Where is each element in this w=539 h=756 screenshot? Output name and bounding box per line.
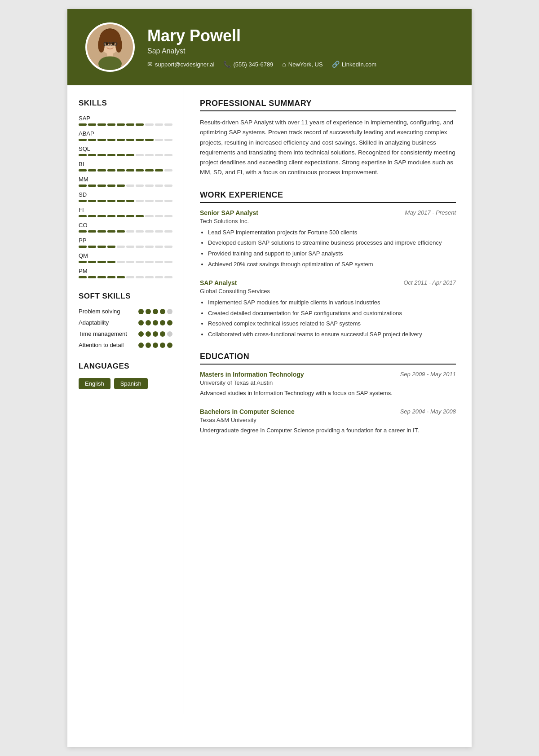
skill-bar xyxy=(79,139,172,141)
summary-title: PROFESSIONAL SUMMARY xyxy=(200,99,456,111)
skill-bar-empty xyxy=(164,261,172,263)
job-company: Global Consulting Services xyxy=(200,288,456,294)
skill-bar xyxy=(79,169,172,171)
skill-bar-empty xyxy=(136,230,144,233)
languages-title: LANGUAGES xyxy=(79,362,172,371)
skill-bar-empty xyxy=(136,185,144,187)
edu-desc: Advanced studies in Information Technolo… xyxy=(200,389,456,398)
skill-bar-empty xyxy=(164,123,172,126)
job-title: SAP Analyst xyxy=(200,279,237,286)
header-name: Mary Powell xyxy=(147,26,376,45)
dot-filled xyxy=(160,343,165,348)
skill-bar-filled xyxy=(88,123,96,126)
skill-bar-filled xyxy=(79,261,87,263)
dot-filled xyxy=(167,320,172,325)
job-date: Oct 2011 - Apr 2017 xyxy=(403,279,456,286)
skill-bar-empty xyxy=(155,261,163,263)
sidebar: SKILLS SAPABAPSQLBIMMSDFICOPPQMPM SOFT S… xyxy=(67,85,184,714)
skill-bar xyxy=(79,215,172,217)
dot-filled xyxy=(138,343,144,348)
soft-skill-item: Problem solving xyxy=(79,308,172,315)
job-item: Senior SAP AnalystMay 2017 - PresentTech… xyxy=(200,209,456,269)
location-text: NewYork, US xyxy=(288,61,323,68)
job-company: Tech Solutions Inc. xyxy=(200,218,456,224)
skill-name: SD xyxy=(79,191,172,198)
soft-skills-title: SOFT SKILLS xyxy=(79,292,172,301)
skill-bar-filled xyxy=(97,200,106,202)
skill-bar-filled xyxy=(155,169,163,171)
dot-filled xyxy=(138,331,144,337)
dot-filled xyxy=(153,309,158,314)
summary-text: Results-driven SAP Analyst with over 11 … xyxy=(200,118,456,178)
contact-location: ⌂ NewYork, US xyxy=(282,61,323,68)
job-bullets: Implemented SAP modules for multiple cli… xyxy=(200,298,456,339)
edu-date: Sep 2009 - May 2011 xyxy=(400,371,456,378)
body-section: SKILLS SAPABAPSQLBIMMSDFICOPPQMPM SOFT S… xyxy=(67,85,472,714)
skill-bar-filled xyxy=(126,215,134,217)
skill-bar-empty xyxy=(164,154,172,156)
skill-bar-empty xyxy=(117,261,125,263)
skill-name: ABAP xyxy=(79,130,172,137)
language-tag: Spanish xyxy=(114,378,148,389)
edu-item: Bachelors in Computer ScienceSep 2004 - … xyxy=(200,408,456,435)
contact-email: ✉ support@cvdesigner.ai xyxy=(147,61,214,68)
skill-bar-filled xyxy=(136,215,144,217)
skill-bar-empty xyxy=(136,276,144,278)
skill-bar-filled xyxy=(79,185,87,187)
skill-bar-filled xyxy=(126,169,134,171)
skill-dots xyxy=(138,309,172,314)
skill-bar-filled xyxy=(88,276,96,278)
skill-item: MM xyxy=(79,176,172,187)
dot-filled xyxy=(146,309,151,314)
skill-bar-filled xyxy=(126,200,134,202)
skill-name: FI xyxy=(79,207,172,213)
skill-item: ABAP xyxy=(79,130,172,141)
skill-bar-empty xyxy=(164,139,172,141)
skill-bar-empty xyxy=(145,261,153,263)
skill-bar-empty xyxy=(126,261,134,263)
skill-bar-filled xyxy=(97,215,106,217)
skill-bar-filled xyxy=(117,276,125,278)
skill-bar-empty xyxy=(155,139,163,141)
soft-skill-item: Time management xyxy=(79,330,172,337)
job-bullet: Resolved complex technical issues relate… xyxy=(208,319,456,329)
skill-bar-filled xyxy=(97,185,106,187)
dot-empty xyxy=(167,331,172,337)
skill-bar xyxy=(79,154,172,156)
skill-bar-filled xyxy=(107,261,115,263)
skill-item: QM xyxy=(79,252,172,263)
edu-header: Masters in Information TechnologySep 200… xyxy=(200,371,456,378)
edu-school: University of Texas at Austin xyxy=(200,379,456,386)
summary-section: PROFESSIONAL SUMMARY Results-driven SAP … xyxy=(200,99,456,178)
skill-bar-empty xyxy=(145,200,153,202)
skill-bar-empty xyxy=(155,230,163,233)
job-bullet: Implemented SAP modules for multiple cli… xyxy=(208,298,456,308)
skill-bar-filled xyxy=(97,246,106,248)
skill-bar-filled xyxy=(88,200,96,202)
skill-bar-filled xyxy=(107,246,115,248)
skill-bar-filled xyxy=(79,246,87,248)
job-title: Senior SAP Analyst xyxy=(200,209,258,216)
skill-bar-filled xyxy=(117,123,125,126)
contact-linkedin: 🔗 LinkedIn.com xyxy=(332,61,376,68)
edu-degree: Masters in Information Technology xyxy=(200,371,304,378)
skill-dots xyxy=(138,320,172,325)
linkedin-icon: 🔗 xyxy=(332,61,340,68)
email-icon: ✉ xyxy=(147,61,153,68)
soft-skills-section: SOFT SKILLS Problem solvingAdaptabilityT… xyxy=(79,292,172,348)
skill-name: BI xyxy=(79,161,172,167)
skill-bar-filled xyxy=(136,169,144,171)
skill-bar-filled xyxy=(117,185,125,187)
main-content: PROFESSIONAL SUMMARY Results-driven SAP … xyxy=(184,85,472,714)
job-bullet: Achieved 20% cost savings through optimi… xyxy=(208,260,456,269)
skill-bar-empty xyxy=(145,154,153,156)
skill-bar-empty xyxy=(155,276,163,278)
skill-bar-filled xyxy=(97,154,106,156)
phone-text: (555) 345-6789 xyxy=(233,61,273,68)
skill-bar-filled xyxy=(145,169,153,171)
skill-name: PM xyxy=(79,268,172,274)
skill-item: SAP xyxy=(79,115,172,126)
skill-bar-filled xyxy=(79,154,87,156)
svg-point-4 xyxy=(98,38,105,53)
skill-bar-filled xyxy=(88,154,96,156)
